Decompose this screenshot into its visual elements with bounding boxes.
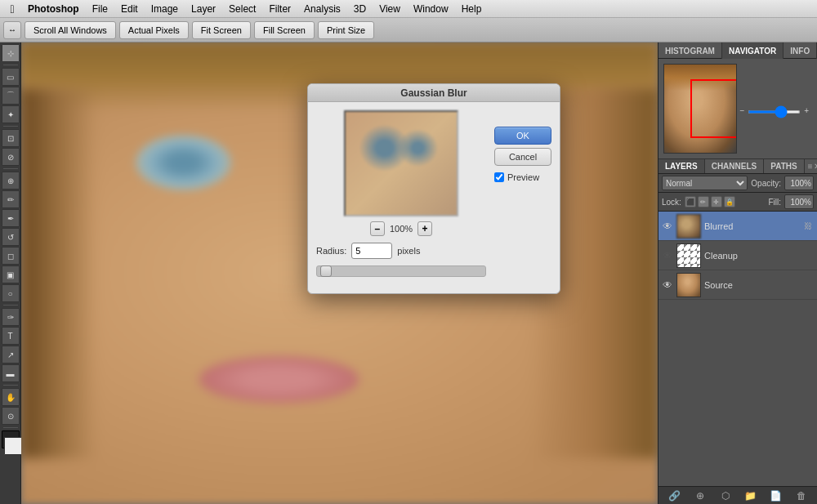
pen-tool[interactable]: ✑ xyxy=(2,308,20,326)
menu-3d[interactable]: 3D xyxy=(347,0,373,18)
preview-row: Preview xyxy=(494,172,551,182)
layers-panel-close[interactable]: ✕ xyxy=(814,162,817,171)
add-style-button[interactable]: ⊕ xyxy=(693,488,708,503)
layer-item-source[interactable]: 👁 Source xyxy=(659,270,817,300)
canvas-area[interactable]: Gaussian Blur – 100% + Radius: pixels xyxy=(21,42,658,504)
lock-all-icon[interactable]: 🔒 xyxy=(724,196,735,207)
dialog-title: Gaussian Blur xyxy=(400,87,467,99)
brush-tool[interactable]: ✏ xyxy=(2,190,20,208)
menu-window[interactable]: Window xyxy=(407,0,455,18)
lock-position-icon[interactable]: ✛ xyxy=(711,196,722,207)
layer-item-cleanup[interactable]: 👁 Cleanup xyxy=(659,241,817,270)
app-name[interactable]: Photoshop xyxy=(28,3,79,15)
print-size-button[interactable]: Print Size xyxy=(318,21,374,39)
navigator-viewport-box[interactable] xyxy=(690,79,737,138)
apple-icon:  xyxy=(10,2,14,16)
layer-name-blurred: Blurred xyxy=(704,221,799,231)
actual-pixels-button[interactable]: Actual Pixels xyxy=(119,21,189,39)
link-layers-button[interactable]: 🔗 xyxy=(667,488,682,503)
lock-transparent-icon[interactable]: ⬛ xyxy=(685,196,696,207)
clone-stamp-tool[interactable]: ✒ xyxy=(2,209,20,227)
layer-item-blurred[interactable]: 👁 Blurred ⛓ xyxy=(659,212,817,241)
background-color[interactable] xyxy=(4,437,22,455)
magic-wand-tool[interactable]: ✦ xyxy=(2,105,20,123)
radius-label: Radius: xyxy=(316,246,346,256)
ok-button[interactable]: OK xyxy=(494,127,551,145)
layer-visibility-source[interactable]: 👁 xyxy=(662,279,673,291)
new-layer-button[interactable]: 📄 xyxy=(769,488,784,503)
radius-input[interactable] xyxy=(351,243,392,259)
gradient-tool[interactable]: ▣ xyxy=(2,265,20,283)
nav-zoom-out-icon[interactable]: − xyxy=(740,106,745,115)
opacity-input[interactable] xyxy=(784,176,814,190)
scroll-all-windows-button[interactable]: Scroll All Windows xyxy=(25,21,116,39)
radius-slider[interactable] xyxy=(316,265,486,277)
nav-zoom-in-icon[interactable]: + xyxy=(804,106,809,115)
move-tool-icon[interactable]: ↔ xyxy=(3,21,21,39)
navigator-zoom-slider[interactable] xyxy=(748,110,801,114)
blend-mode-select[interactable]: Normal xyxy=(662,176,748,190)
hand-tool[interactable]: ✋ xyxy=(2,388,20,406)
menu-view[interactable]: View xyxy=(373,0,407,18)
zoom-tool[interactable]: ⊙ xyxy=(2,407,20,425)
tools-panel: ⊹ ▭ ⌒ ✦ ⊡ ⊘ ⊕ ✏ ✒ ↺ ◻ ▣ ○ ✑ T ↗ ▬ ✋ ⊙ xyxy=(0,42,21,504)
zoom-out-button[interactable]: – xyxy=(370,221,385,236)
layer-visibility-blurred[interactable]: 👁 xyxy=(662,221,673,232)
layer-link-source[interactable] xyxy=(802,279,814,291)
menu-filter[interactable]: Filter xyxy=(262,0,297,18)
navigator-zoom-bar: − + xyxy=(737,104,812,117)
menu-image[interactable]: Image xyxy=(145,0,185,18)
navigator-thumbnail[interactable] xyxy=(663,64,737,154)
preview-checkbox[interactable] xyxy=(494,172,504,182)
tab-layers[interactable]: LAYERS xyxy=(659,159,705,173)
gaussian-blur-dialog: Gaussian Blur – 100% + Radius: pixels xyxy=(307,83,560,294)
menu-file[interactable]: File xyxy=(86,0,114,18)
fit-screen-button[interactable]: Fit Screen xyxy=(192,21,251,39)
eye-left xyxy=(136,135,231,190)
menu-layer[interactable]: Layer xyxy=(185,0,222,18)
tab-navigator[interactable]: NAVIGATOR xyxy=(722,42,784,59)
lock-icons: ⬛ ✏ ✛ 🔒 xyxy=(685,196,735,207)
menu-analysis[interactable]: Analysis xyxy=(297,0,347,18)
eraser-tool[interactable]: ◻ xyxy=(2,247,20,265)
fill-input[interactable] xyxy=(784,194,814,209)
layer-link-blurred[interactable]: ⛓ xyxy=(802,221,814,232)
layers-panel-menu[interactable]: ≡ xyxy=(808,162,813,171)
right-panel: HISTOGRAM NAVIGATOR INFO ≡ ✕ − + xyxy=(658,42,817,504)
tab-info[interactable]: INFO xyxy=(784,42,817,59)
options-bar: ↔ Scroll All Windows Actual Pixels Fit S… xyxy=(0,18,817,42)
zoom-in-button[interactable]: + xyxy=(417,221,432,236)
lock-row: Lock: ⬛ ✏ ✛ 🔒 Fill: xyxy=(659,193,817,212)
marquee-tool[interactable]: ▭ xyxy=(2,68,20,86)
path-select-tool[interactable]: ↗ xyxy=(2,346,20,364)
radius-row: Radius: pixels xyxy=(316,243,486,259)
dodge-tool[interactable]: ○ xyxy=(2,284,20,302)
cancel-button[interactable]: Cancel xyxy=(494,148,551,166)
menu-edit[interactable]: Edit xyxy=(114,0,145,18)
fill-screen-button[interactable]: Fill Screen xyxy=(254,21,315,39)
tab-channels[interactable]: CHANNELS xyxy=(705,159,765,173)
lock-pixels-icon[interactable]: ✏ xyxy=(698,196,709,207)
layer-name-cleanup: Cleanup xyxy=(704,251,799,261)
tab-histogram[interactable]: HISTOGRAM xyxy=(659,42,722,59)
lock-label: Lock: xyxy=(662,198,681,207)
delete-layer-button[interactable]: 🗑 xyxy=(794,488,809,503)
move-tool[interactable]: ⊹ xyxy=(2,44,20,62)
eyedropper-tool[interactable]: ⊘ xyxy=(2,148,20,166)
menu-help[interactable]: Help xyxy=(455,0,489,18)
layer-visibility-cleanup[interactable]: 👁 xyxy=(662,250,673,261)
tab-paths[interactable]: PATHS xyxy=(764,159,804,173)
shape-tool[interactable]: ▬ xyxy=(2,364,20,382)
new-group-button[interactable]: 📁 xyxy=(743,488,758,503)
add-mask-button[interactable]: ⬡ xyxy=(718,488,733,503)
lasso-tool[interactable]: ⌒ xyxy=(2,87,20,105)
menu-select[interactable]: Select xyxy=(222,0,262,18)
type-tool[interactable]: T xyxy=(2,327,20,345)
crop-tool[interactable]: ⊡ xyxy=(2,129,20,147)
healing-brush-tool[interactable]: ⊕ xyxy=(2,172,20,190)
history-brush-tool[interactable]: ↺ xyxy=(2,228,20,246)
menu-bar:  Photoshop File Edit Image Layer Select… xyxy=(0,0,817,18)
dialog-preview[interactable] xyxy=(344,110,458,216)
layer-link-cleanup[interactable] xyxy=(802,250,814,261)
apple-menu[interactable]:  xyxy=(0,0,25,18)
